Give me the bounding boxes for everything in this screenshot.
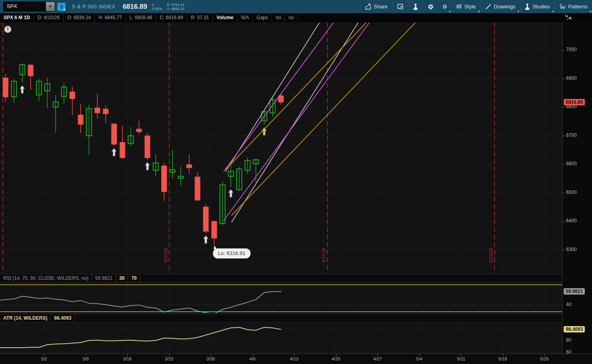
x-axis-label: 4/6 xyxy=(249,356,255,361)
change-percent: 0.00% xyxy=(152,7,162,11)
price-axis-label: 6600 xyxy=(566,161,577,166)
gear-icon xyxy=(428,4,434,10)
rsi-value: 59.9821 xyxy=(92,274,116,282)
x-axis-label: 3/30 xyxy=(206,356,215,361)
atr-line xyxy=(0,327,281,348)
gaps-label[interactable]: Gaps xyxy=(253,13,272,22)
low-cell: L: 6808.46 xyxy=(126,13,156,22)
bid-ask-block: B: 6781.64 A: 6858.26 xyxy=(167,3,184,11)
magenta-lower xyxy=(224,23,369,221)
x-tick xyxy=(211,354,211,356)
candle xyxy=(212,222,217,238)
gaps-value-2[interactable]: no xyxy=(285,13,298,22)
trendline-icon xyxy=(485,4,491,10)
corner-triangle-icon xyxy=(478,10,479,12)
candlestick-style-icon xyxy=(456,4,462,10)
x-axis-label: 5/4 xyxy=(416,356,422,361)
rsi-title[interactable]: RSI (14, 70, 30, CLOSE, WILDERS, no) xyxy=(0,274,92,282)
corner-triangle-icon xyxy=(517,10,519,12)
atr-header: ATR (14, WILDERS) 98.4093 xyxy=(0,314,562,322)
studies-button[interactable]: Studies xyxy=(520,0,554,13)
date-cell: D: 4/10/26 xyxy=(34,13,63,22)
rsi-oversold-label: 30 xyxy=(116,274,128,282)
current-price-badge: 6816.89 xyxy=(564,99,585,105)
high-cell: H: 6845.77 xyxy=(95,13,126,22)
rsi-overbought-label: 70 xyxy=(128,274,140,282)
rsi-value-badge: 59.9821 xyxy=(564,288,585,295)
chart-header-row: SPX 6 M 1D D: 4/10/26 O: 6839.24 H: 6845… xyxy=(0,13,592,23)
signal-up-arrow xyxy=(203,235,208,243)
reports-button[interactable] xyxy=(392,0,408,13)
candle xyxy=(111,124,117,144)
low-price-tooltip: Lo: 6316.91 xyxy=(213,248,251,259)
change-value: 0 xyxy=(152,3,162,7)
patterns-button[interactable]: Patterns xyxy=(554,0,592,13)
rsi-panel[interactable] xyxy=(0,283,562,313)
atr-value-badge: 98.4093 xyxy=(564,326,585,332)
ask-value: A: 6858.26 xyxy=(167,7,184,11)
link-group-badge[interactable]: 3 xyxy=(57,3,65,11)
gaps-value-1[interactable]: no xyxy=(272,13,285,22)
expiration-line-label: 5/15/26 xyxy=(489,248,493,263)
chevron-down-icon xyxy=(49,6,52,8)
open-cell: O: 6839.24 xyxy=(63,13,95,22)
style-button[interactable]: Style xyxy=(451,0,480,13)
atr-value: 98.4093 xyxy=(51,314,75,322)
share-icon xyxy=(365,4,371,10)
x-tick xyxy=(503,354,503,356)
rsi-axis-label: 40 xyxy=(566,302,571,307)
collapse-panel-icon[interactable] xyxy=(564,14,573,21)
range-cell: R: 37.31 xyxy=(187,13,213,22)
expiration-line-label: 4/17/26 xyxy=(321,248,326,263)
top-toolbar: SPX 3 S & P 500 INDEX 6816.89 0 0.00% B:… xyxy=(0,0,592,14)
expiration-line-label: 3/20/26 xyxy=(163,248,168,263)
bid-value: B: 6781.64 xyxy=(167,3,184,7)
candlestick-chart[interactable]: 3/20/264/17/265/15/26 xyxy=(0,22,562,273)
share-button[interactable]: Share xyxy=(360,0,392,13)
signal-up-arrow xyxy=(145,162,150,170)
trading-platform-window: SPX 3 S & P 500 INDEX 6816.89 0 0.00% B:… xyxy=(0,0,592,364)
last-price: 6816.89 xyxy=(123,3,147,11)
time-axis[interactable]: 3/23/93/163/233/304/64/134/204/275/45/11… xyxy=(0,354,592,364)
price-axis-label: 6400 xyxy=(566,218,577,224)
chart-symbol-timeframe[interactable]: SPX 6 M 1D xyxy=(0,13,34,22)
volume-value: N/A xyxy=(238,13,253,22)
symbol-dropdown-button[interactable] xyxy=(46,2,55,11)
candle xyxy=(95,108,100,113)
x-axis-label: 5/25 xyxy=(540,356,548,361)
corner-triangle-icon xyxy=(449,10,450,12)
x-axis-label: 3/9 xyxy=(83,356,89,361)
atr-axis-label: 60 xyxy=(566,349,571,355)
x-tick xyxy=(86,354,86,356)
price-axis-label: 7000 xyxy=(566,47,577,52)
symbol-input[interactable]: SPX xyxy=(3,2,55,12)
analysis-flask-button[interactable] xyxy=(408,0,423,13)
warning-icon[interactable]: ! xyxy=(4,26,12,33)
symbol-value[interactable]: SPX xyxy=(4,2,46,11)
candle xyxy=(203,207,208,231)
x-axis-label: 4/27 xyxy=(373,356,382,361)
price-axis-label: 6900 xyxy=(566,75,577,81)
x-axis-label: 5/11 xyxy=(457,356,465,361)
atr-title[interactable]: ATR (14, WILDERS) xyxy=(0,314,51,322)
flask-icon xyxy=(413,4,418,10)
price-axis-label: 6300 xyxy=(566,247,577,252)
x-axis-label: 5/18 xyxy=(499,356,507,361)
x-tick xyxy=(127,354,128,356)
drawings-button[interactable]: Drawings xyxy=(480,0,520,13)
main-chart-panel[interactable]: 3/20/264/17/265/15/26 xyxy=(0,22,562,273)
candle xyxy=(28,65,33,76)
interval-button[interactable]: D xyxy=(438,0,451,13)
settings-button[interactable] xyxy=(423,0,438,13)
signal-up-arrow xyxy=(111,148,117,156)
report-clock-icon xyxy=(397,4,404,10)
pattern-w-icon xyxy=(559,4,566,10)
atr-panel[interactable] xyxy=(0,322,562,354)
price-axis[interactable]: 700069006800670066006500640063006816.895… xyxy=(562,22,592,354)
candle xyxy=(162,166,167,192)
x-tick xyxy=(253,354,253,356)
corner-triangle-icon xyxy=(552,10,554,12)
x-axis-label: 3/2 xyxy=(41,356,47,361)
corner-triangle-icon xyxy=(63,8,65,10)
candlestick-series xyxy=(3,63,284,245)
